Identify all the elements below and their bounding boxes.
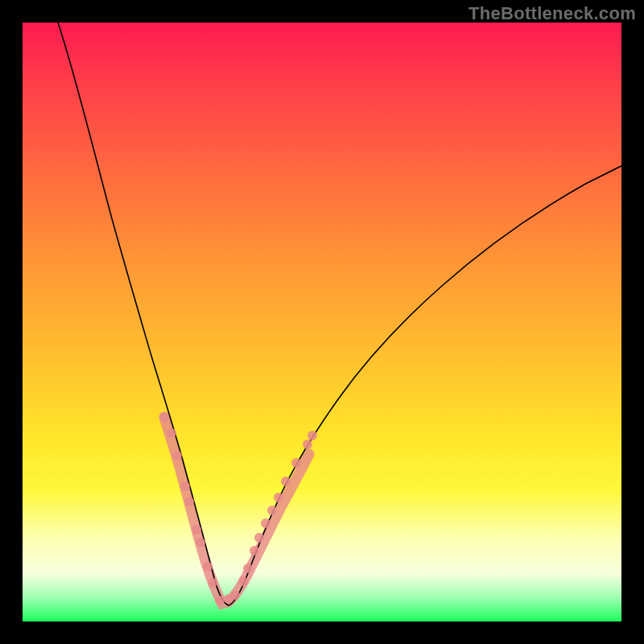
svg-point-8 [208,578,217,588]
svg-point-20 [291,458,301,468]
svg-point-14 [250,546,259,555]
svg-point-11 [230,590,240,600]
svg-point-9 [215,596,225,605]
svg-point-6 [196,538,205,547]
svg-point-2 [172,451,182,460]
curve-layer [23,23,621,621]
svg-point-0 [159,412,169,422]
svg-point-19 [281,477,291,486]
svg-point-15 [254,533,264,543]
svg-point-7 [203,562,213,572]
svg-point-13 [243,564,253,573]
svg-point-12 [238,576,248,586]
svg-point-21 [303,440,312,449]
svg-point-4 [184,497,194,506]
svg-point-3 [180,481,190,491]
svg-point-5 [192,525,201,535]
plot-frame [23,23,621,621]
bottleneck-curve [58,23,621,605]
svg-point-16 [261,518,270,528]
svg-point-22 [308,431,317,440]
attribution-text: TheBottleneck.com [469,3,636,24]
highlight-band [164,417,309,604]
svg-point-18 [274,493,283,502]
highlight-dots [159,412,317,605]
svg-point-1 [167,428,176,438]
svg-point-17 [267,506,277,515]
